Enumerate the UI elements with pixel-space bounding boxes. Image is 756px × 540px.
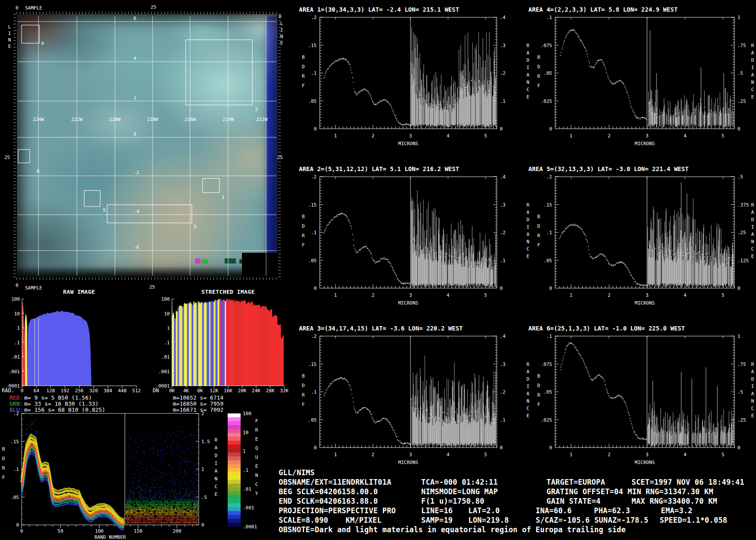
svg-text:D: D <box>527 57 530 63</box>
area-plot-5: AREA 5=(32,13,3,3) LAT= -3.0 LON= 221.4 … <box>528 165 754 306</box>
svg-text:10: 10 <box>164 311 170 317</box>
radiance-noise <box>648 182 734 287</box>
svg-text:0: 0 <box>16 522 19 528</box>
svg-text:28K: 28K <box>266 388 275 394</box>
svg-text:D: D <box>302 223 305 229</box>
svg-text:.1: .1 <box>546 15 552 20</box>
svg-text:A: A <box>527 369 530 375</box>
map-axes: 0SAMPLE250SAMPLE25LINE25LINE025 <box>4 4 283 291</box>
svg-text:.001: .001 <box>243 505 254 511</box>
radiance-noise <box>648 31 734 128</box>
svg-text:A: A <box>527 50 530 56</box>
svg-text:3: 3 <box>409 292 412 298</box>
radiance-noise <box>648 367 734 447</box>
metadata-field: PROJECTION=PERSPECTIVE PRO <box>279 506 396 515</box>
svg-text:5: 5 <box>721 452 724 457</box>
svg-text:1: 1 <box>334 292 337 298</box>
svg-text:.075: .075 <box>541 43 553 48</box>
svg-text:A: A <box>751 232 754 237</box>
svg-text:C: C <box>751 87 754 92</box>
svg-text:.1: .1 <box>311 230 317 235</box>
svg-text:0: 0 <box>737 126 740 132</box>
svg-text:I: I <box>527 65 530 70</box>
metadata-field: OBSNOTE=Dark and light materials in equa… <box>279 525 626 534</box>
svg-text:1: 1 <box>17 325 20 331</box>
metadata-field: MAX RNG=33400.70 KM <box>632 497 717 505</box>
svg-text:.2: .2 <box>500 70 505 76</box>
svg-text:I: I <box>8 31 11 36</box>
svg-text:RAD.: RAD. <box>2 388 14 394</box>
svg-text:0: 0 <box>737 445 740 451</box>
svg-text:.15: .15 <box>308 202 317 208</box>
nims-display-canvas: RAW IMAGE STRETCHED IMAGE 426153224W222W… <box>0 0 756 540</box>
svg-text:5: 5 <box>721 292 724 298</box>
svg-text:C: C <box>751 246 754 252</box>
svg-text:.1: .1 <box>311 70 317 76</box>
svg-text:25: 25 <box>150 4 156 10</box>
metadata-field: GAIN STATE=4 <box>546 497 600 505</box>
svg-text:.4: .4 <box>500 15 506 20</box>
svg-text:R: R <box>302 233 305 238</box>
svg-text:0: 0 <box>16 5 19 11</box>
metadata-field: S/CAZ=-105.6 SUNAZ=-178.5 <box>536 516 648 524</box>
metadata-field: KM/PIXEL <box>346 516 381 524</box>
svg-text:N: N <box>8 37 11 43</box>
svg-text:E: E <box>751 254 754 259</box>
svg-text:.2: .2 <box>500 389 505 395</box>
svg-text:214W: 214W <box>222 117 234 122</box>
svg-text:384: 384 <box>104 388 112 394</box>
svg-text:.15: .15 <box>543 202 552 208</box>
svg-text:.01: .01 <box>161 354 170 360</box>
svg-text:1: 1 <box>334 452 337 457</box>
svg-text:.2: .2 <box>311 15 317 20</box>
svg-text:0: 0 <box>549 126 552 132</box>
svg-text:.4: .4 <box>500 174 506 180</box>
metadata-field: TARGET=EUROPA <box>546 478 605 486</box>
svg-text:D: D <box>751 217 754 222</box>
svg-text:.75: .75 <box>737 362 746 367</box>
svg-text:AREA 5=(32,13,3,3) LAT= -3.0: AREA 5=(32,13,3,3) LAT= -3.0 LON= 221.4 … <box>528 165 689 172</box>
svg-text:N: N <box>527 239 530 245</box>
svg-text:10: 10 <box>243 430 248 435</box>
svg-text:-2: -2 <box>133 170 139 175</box>
svg-text:D: D <box>527 376 530 382</box>
radiance-noise <box>411 356 496 447</box>
svg-text:D: D <box>2 456 5 461</box>
svg-text:.1: .1 <box>546 230 552 235</box>
svg-text:1: 1 <box>570 452 573 457</box>
svg-text:2: 2 <box>255 107 258 112</box>
svg-text:.2: .2 <box>311 334 317 339</box>
metadata-field: LAT=2.0 <box>468 506 500 515</box>
svg-text:N: N <box>280 34 283 39</box>
svg-text:2: 2 <box>372 292 375 298</box>
svg-text:.5: .5 <box>737 389 743 395</box>
svg-text:.1: .1 <box>243 467 248 473</box>
svg-text:100: 100 <box>161 296 170 302</box>
svg-text:.05: .05 <box>543 70 552 76</box>
svg-text:C: C <box>527 87 530 92</box>
svg-text:C: C <box>255 482 258 487</box>
svg-text:E: E <box>255 464 258 469</box>
svg-text:F: F <box>537 402 540 407</box>
metadata-field: PHA=62.3 <box>594 506 630 515</box>
area-plot-1: AREA 1=(30,34,3,3) LAT= -2.4 LON= 215.1 … <box>299 6 530 146</box>
svg-text:2: 2 <box>608 452 611 457</box>
svg-text:MICRONS: MICRONS <box>635 460 654 465</box>
svg-text:192: 192 <box>60 388 69 394</box>
svg-text:m= 33 s= 16 B30 (1.33): m= 33 s= 16 B30 (1.33) <box>24 400 98 407</box>
map-grid <box>18 16 276 276</box>
svg-text:F: F <box>255 418 258 424</box>
metadata-field: INA=60.6 <box>536 506 572 515</box>
stretched-histogram: 100101.1.01.001.00010K4K8K12K16K20K24K28… <box>153 296 289 413</box>
svg-text:E: E <box>255 436 258 442</box>
svg-text:C: C <box>751 406 754 411</box>
svg-text:R: R <box>537 392 540 398</box>
radiance-stripes <box>126 500 198 524</box>
svg-text:.1: .1 <box>14 340 20 346</box>
svg-text:I: I <box>751 384 754 389</box>
svg-text:R: R <box>751 362 754 367</box>
svg-text:.025: .025 <box>541 417 553 423</box>
svg-text:DN: DN <box>153 388 159 394</box>
svg-text:0: 0 <box>737 286 740 291</box>
svg-text:.2: .2 <box>13 411 19 416</box>
